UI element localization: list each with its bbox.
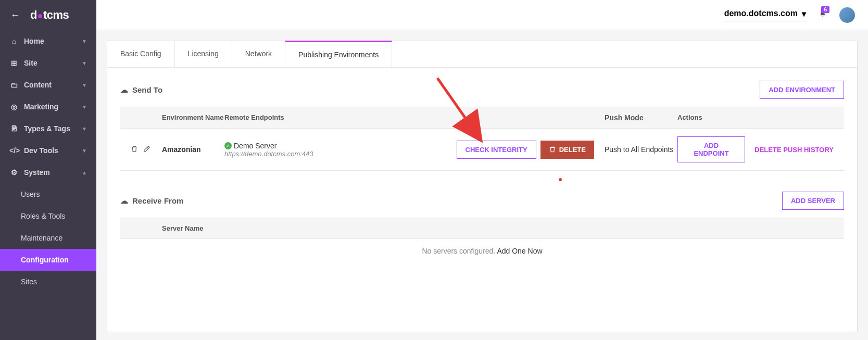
chevron-down-icon: ▼ <box>82 104 87 110</box>
trash-icon <box>131 145 138 153</box>
col-env-name: Environment Name <box>162 114 224 122</box>
nav-home[interactable]: ⌂ Home ▼ <box>0 30 96 52</box>
send-to-title: Send To <box>132 85 162 94</box>
nav-dev-tools[interactable]: </> Dev Tools ▼ <box>0 140 96 161</box>
col-server-name: Server Name <box>162 224 204 232</box>
nav-marketing[interactable]: ◎ Marketing ▼ <box>0 96 96 118</box>
col-endpoints: Remote Endpoints <box>224 114 605 122</box>
main-content: Basic Config Licensing Network Publishin… <box>96 30 868 340</box>
nav-label: Dev Tools <box>24 146 58 155</box>
caret-down-icon: ▾ <box>802 9 806 19</box>
receive-from-header: ☁ Receive From ADD SERVER <box>120 192 844 210</box>
empty-state: No servers configured. Add One Now <box>120 239 844 263</box>
cloud-download-icon: ☁ <box>120 196 128 206</box>
col-push: Push Mode <box>605 114 677 122</box>
edit-env-icon[interactable] <box>143 145 150 154</box>
table-row: Amazonian ✓ Demo Server https://demo.dot… <box>120 129 844 171</box>
topbar: demo.dotcms.com ▾ 6 <box>96 0 868 30</box>
user-avatar[interactable] <box>839 7 855 23</box>
target-icon: ◎ <box>9 103 19 111</box>
chevron-down-icon: ▼ <box>82 82 87 88</box>
tab-network[interactable]: Network <box>232 41 285 67</box>
nav-label: Site <box>24 59 37 67</box>
chevron-down-icon: ▼ <box>82 39 87 44</box>
sitemap-icon: ⊞ <box>9 59 19 67</box>
site-name: demo.dotcms.com <box>724 9 798 18</box>
delete-env-icon[interactable] <box>131 145 138 154</box>
tab-publishing-environments[interactable]: Publishing Environments <box>285 41 392 67</box>
sidebar: ← dtcms ⌂ Home ▼ ⊞ Site ▼ 🗀 Content ▼ ◎ … <box>0 0 96 340</box>
empty-text: No servers configured. <box>422 247 497 255</box>
cloud-upload-icon: ☁ <box>120 85 128 95</box>
send-to-header: ☁ Send To ADD ENVIRONMENT <box>120 81 844 99</box>
chevron-up-icon: ▲ <box>82 170 87 175</box>
check-integrity-button[interactable]: CHECK INTEGRITY <box>457 141 536 159</box>
add-one-now-link[interactable]: Add One Now <box>497 247 542 255</box>
code-icon: </> <box>9 146 19 155</box>
environments-table: Environment Name Remote Endpoints Push M… <box>120 107 844 171</box>
delete-label: DELETE <box>559 146 586 154</box>
nav-sub-users[interactable]: Users <box>0 183 96 205</box>
gear-icon: ⚙ <box>9 168 19 177</box>
trash-icon <box>549 146 556 153</box>
tab-licensing[interactable]: Licensing <box>175 41 232 67</box>
nav-site[interactable]: ⊞ Site ▼ <box>0 52 96 74</box>
nav-content[interactable]: 🗀 Content ▼ <box>0 74 96 96</box>
add-environment-button[interactable]: ADD ENVIRONMENT <box>760 81 844 99</box>
notifications-button[interactable]: 6 <box>819 10 826 20</box>
status-ok-icon: ✓ <box>224 142 232 149</box>
env-name: Amazonian <box>162 145 224 154</box>
add-server-button[interactable]: ADD SERVER <box>782 192 844 210</box>
nav-label: Marketing <box>24 103 58 111</box>
receive-from-title: Receive From <box>132 196 183 205</box>
nav-label: Types & Tags <box>24 124 70 133</box>
config-panel: Basic Config Licensing Network Publishin… <box>107 41 858 332</box>
file-icon: 🖹 <box>9 124 19 133</box>
push-mode: Push to All Endpoints <box>605 145 677 154</box>
annotation-dot <box>559 178 562 181</box>
chevron-down-icon: ▼ <box>82 126 87 132</box>
nav-sub-roles[interactable]: Roles & Tools <box>0 205 96 227</box>
endpoint-url: https://demo.dotcms.com:443 <box>224 150 313 158</box>
logo: dtcms <box>30 8 69 22</box>
table-header: Server Name <box>120 218 844 239</box>
sidebar-header: ← dtcms <box>0 0 96 30</box>
tab-basic-config[interactable]: Basic Config <box>107 41 175 67</box>
tabs: Basic Config Licensing Network Publishin… <box>107 41 857 68</box>
nav-sub-configuration[interactable]: Configuration <box>0 249 96 271</box>
home-icon: ⌂ <box>9 37 19 45</box>
nav-system[interactable]: ⚙ System ▲ <box>0 161 96 183</box>
col-actions: Actions <box>677 114 745 122</box>
nav-label: Content <box>24 81 52 89</box>
delete-push-history-link[interactable]: DELETE PUSH HISTORY <box>754 146 834 154</box>
add-endpoint-button[interactable]: ADD ENDPOINT <box>677 136 745 162</box>
nav-label: Home <box>24 37 44 45</box>
chevron-down-icon: ▼ <box>82 60 87 66</box>
nav-label: System <box>24 168 50 177</box>
chevron-down-icon: ▼ <box>82 148 87 154</box>
folder-icon: 🗀 <box>9 81 19 89</box>
nav-sub-sites[interactable]: Sites <box>0 271 96 293</box>
pencil-icon <box>143 145 150 153</box>
endpoint-name: Demo Server <box>234 142 276 150</box>
notif-badge: 6 <box>821 6 829 13</box>
delete-endpoint-button[interactable]: DELETE <box>540 141 594 159</box>
nav-sub-maintenance[interactable]: Maintenance <box>0 227 96 249</box>
servers-table: Server Name No servers configured. Add O… <box>120 218 844 263</box>
site-selector[interactable]: demo.dotcms.com ▾ <box>724 9 806 21</box>
back-button[interactable]: ← <box>10 10 20 21</box>
table-header: Environment Name Remote Endpoints Push M… <box>120 107 844 129</box>
nav-types-tags[interactable]: 🖹 Types & Tags ▼ <box>0 118 96 140</box>
